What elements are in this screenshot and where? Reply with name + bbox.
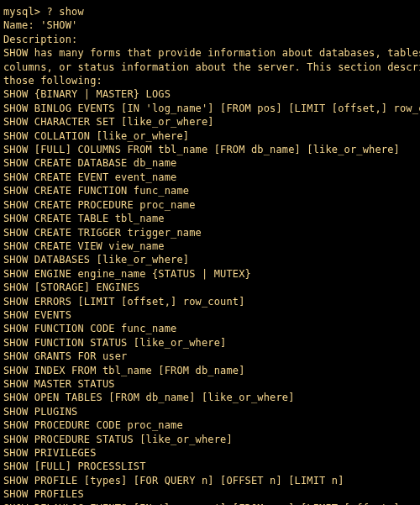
command-line-17: SHOW FUNCTION CODE func_name [3, 322, 417, 335]
command-line-11: SHOW CREATE VIEW view_name [3, 239, 417, 253]
command-line-23: SHOW PLUGINS [3, 405, 417, 418]
command-line-14: SHOW [STORAGE] ENGINES [3, 281, 417, 294]
command-line-6: SHOW CREATE EVENT event_name [3, 171, 417, 184]
name-line: Name: 'SHOW' [3, 18, 417, 32]
command-line-27: SHOW [FULL] PROCESSLIST [3, 460, 417, 473]
description-line-1: columns, or status information about the… [3, 60, 417, 74]
command-line-24: SHOW PROCEDURE CODE proc_name [3, 418, 417, 432]
description-line-2: those following: [3, 74, 417, 87]
command-line-30: SHOW RELAYLOG EVENTS [IN 'log_name'] [FR… [3, 502, 417, 505]
command-line-29: SHOW PROFILES [3, 487, 417, 501]
terminal-output: mysql> ? showName: 'SHOW'Description:SHO… [0, 0, 420, 505]
command-line-9: SHOW CREATE TABLE tbl_name [3, 212, 417, 225]
command-line-7: SHOW CREATE FUNCTION func_name [3, 184, 417, 197]
command-line-13: SHOW ENGINE engine_name {STATUS | MUTEX} [3, 267, 417, 281]
command-line-5: SHOW CREATE DATABASE db_name [3, 156, 417, 170]
prompt-line: mysql> ? show [3, 5, 417, 18]
command-line-0: SHOW {BINARY | MASTER} LOGS [3, 87, 417, 101]
command-line-22: SHOW OPEN TABLES [FROM db_name] [like_or… [3, 391, 417, 404]
command-line-18: SHOW FUNCTION STATUS [like_or_where] [3, 336, 417, 350]
command-line-16: SHOW EVENTS [3, 308, 417, 322]
command-line-26: SHOW PRIVILEGES [3, 446, 417, 460]
command-line-10: SHOW CREATE TRIGGER trigger_name [3, 226, 417, 239]
description-line-0: SHOW has many forms that provide informa… [3, 46, 417, 60]
command-line-12: SHOW DATABASES [like_or_where] [3, 253, 417, 266]
command-line-20: SHOW INDEX FROM tbl_name [FROM db_name] [3, 364, 417, 377]
command-line-1: SHOW BINLOG EVENTS [IN 'log_name'] [FROM… [3, 102, 417, 115]
command-line-3: SHOW COLLATION [like_or_where] [3, 129, 417, 143]
command-line-8: SHOW CREATE PROCEDURE proc_name [3, 198, 417, 212]
command-line-2: SHOW CHARACTER SET [like_or_where] [3, 115, 417, 129]
command-line-19: SHOW GRANTS FOR user [3, 350, 417, 363]
command-line-28: SHOW PROFILE [types] [FOR QUERY n] [OFFS… [3, 474, 417, 487]
command-line-21: SHOW MASTER STATUS [3, 377, 417, 391]
command-line-4: SHOW [FULL] COLUMNS FROM tbl_name [FROM … [3, 143, 417, 156]
command-line-25: SHOW PROCEDURE STATUS [like_or_where] [3, 433, 417, 446]
description-header: Description: [3, 33, 417, 46]
command-line-15: SHOW ERRORS [LIMIT [offset,] row_count] [3, 295, 417, 308]
